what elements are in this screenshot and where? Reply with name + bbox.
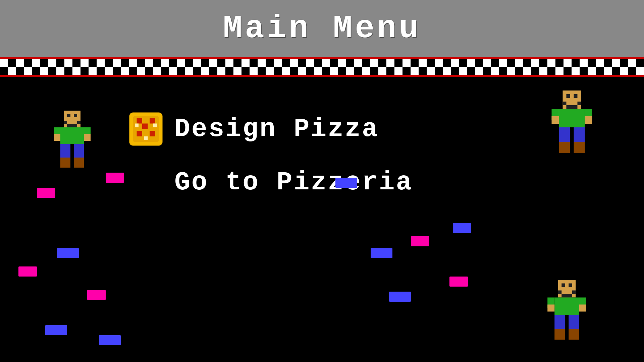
scattered-dot-11: [453, 223, 471, 233]
svg-rect-25: [585, 116, 592, 124]
pixel-character-top-right: [550, 90, 594, 166]
svg-rect-39: [547, 305, 554, 312]
page-title: Main Menu: [223, 10, 421, 47]
svg-rect-44: [569, 329, 579, 340]
svg-rect-3: [64, 121, 67, 124]
svg-rect-47: [137, 118, 143, 124]
svg-rect-49: [137, 131, 143, 137]
scattered-dot-0: [37, 188, 55, 198]
design-pizza-label: Design Pizza: [174, 114, 379, 144]
svg-rect-20: [567, 105, 578, 109]
svg-rect-33: [558, 291, 562, 294]
scattered-dot-4: [57, 248, 79, 258]
scattered-dot-2: [18, 266, 37, 277]
svg-rect-9: [54, 134, 60, 141]
svg-rect-21: [559, 109, 585, 127]
svg-rect-11: [60, 144, 70, 158]
scattered-dot-12: [449, 277, 468, 287]
svg-rect-54: [144, 136, 148, 140]
svg-rect-43: [554, 329, 565, 340]
scattered-dot-1: [106, 173, 124, 183]
scattered-dot-6: [99, 335, 121, 345]
checker-strip: [0, 57, 644, 77]
scattered-dot-5: [45, 325, 67, 335]
scattered-dot-9: [389, 292, 411, 302]
svg-rect-42: [569, 315, 579, 329]
svg-rect-16: [567, 94, 570, 98]
svg-rect-1: [67, 114, 70, 117]
svg-rect-40: [579, 305, 586, 312]
header: Main Menu: [0, 0, 644, 57]
design-pizza-item[interactable]: Design Pizza: [127, 111, 413, 147]
svg-rect-4: [77, 121, 80, 124]
svg-rect-6: [60, 127, 84, 144]
svg-rect-19: [578, 102, 581, 105]
svg-rect-32: [569, 284, 572, 287]
svg-rect-27: [574, 127, 585, 142]
svg-rect-48: [150, 118, 155, 124]
svg-rect-18: [563, 102, 567, 105]
go-to-pizzeria-item[interactable]: Go to Pizzeria: [127, 168, 413, 197]
svg-rect-2: [74, 114, 77, 117]
svg-rect-35: [561, 294, 572, 298]
svg-rect-26: [559, 127, 570, 142]
pixel-character-left: [54, 111, 91, 179]
svg-rect-29: [574, 142, 585, 153]
svg-rect-12: [74, 144, 84, 158]
svg-rect-34: [572, 291, 576, 294]
svg-rect-10: [84, 134, 91, 141]
svg-rect-14: [74, 158, 84, 168]
svg-rect-50: [150, 131, 155, 137]
scattered-dot-10: [411, 236, 429, 246]
svg-rect-24: [552, 116, 559, 124]
svg-rect-52: [135, 124, 139, 127]
pixel-character-bottom-right: [547, 280, 587, 352]
scattered-dot-8: [371, 248, 392, 258]
scattered-dot-7: [335, 178, 357, 188]
pizza-icon: [127, 111, 164, 147]
svg-rect-13: [60, 158, 70, 168]
svg-rect-31: [561, 284, 565, 287]
scattered-dot-3: [87, 290, 106, 300]
svg-rect-5: [67, 124, 77, 127]
main-area: Design Pizza Go to Pizzeria: [0, 77, 644, 362]
svg-rect-41: [554, 315, 565, 329]
svg-rect-28: [559, 142, 570, 153]
menu-container: Design Pizza Go to Pizzeria: [127, 111, 413, 197]
svg-rect-36: [554, 298, 579, 315]
svg-rect-17: [574, 94, 578, 98]
svg-rect-53: [153, 124, 157, 127]
go-to-pizzeria-label: Go to Pizzeria: [174, 168, 413, 197]
svg-rect-51: [142, 124, 148, 129]
